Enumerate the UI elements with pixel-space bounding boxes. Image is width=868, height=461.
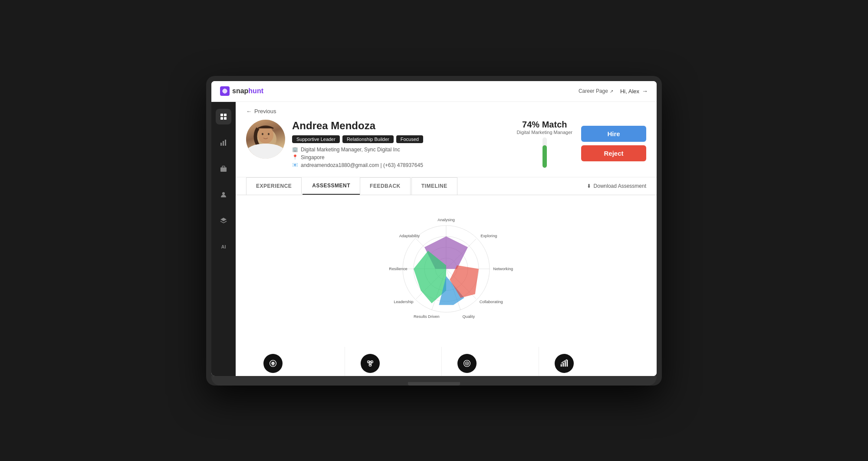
svg-point-44 [369,363,372,366]
logo: snaphunt [220,86,263,96]
email-icon: 📧 [292,162,298,168]
svg-rect-7 [220,167,227,172]
match-section: 74% Match Digital Marketing Manager Hire [517,120,646,168]
svg-rect-1 [224,114,227,116]
top-bar: snaphunt Career Page ↗ Hi, Alex → [211,81,657,102]
action-buttons: Hire Reject [581,126,646,161]
tag-relationship-builder: Relationship Builder [342,135,394,143]
svg-text:Exploring: Exploring [480,233,497,238]
svg-rect-3 [224,117,227,120]
svg-point-13 [268,133,270,135]
executing-icon [457,354,477,373]
tab-assessment[interactable]: ASSESSMENT [302,177,360,195]
candidate-info: Andrea Mendoza Supportive Leader Relatio… [292,120,510,170]
top-right: Career Page ↗ Hi, Alex → [579,88,648,95]
thinking-icon [263,354,283,373]
location-icon: 📍 [292,154,298,160]
svg-text:Leadership: Leadership [394,300,413,304]
external-link-icon: ↗ [610,89,613,94]
tag-supportive-leader: Supportive Leader [292,135,340,143]
svg-point-8 [222,192,225,195]
sidebar-icon-user[interactable] [216,187,231,203]
svg-point-10 [253,144,278,159]
svg-rect-51 [560,364,562,366]
svg-text:Networking: Networking [493,267,513,271]
tag-focused: Focused [396,135,423,143]
svg-rect-2 [220,117,223,120]
sidebar-icon-layers[interactable] [216,213,231,229]
card-progressing: Progressing Leadership . Resilience . Ad… [548,347,636,376]
tab-experience[interactable]: EXPERIENCE [246,177,302,195]
download-icon: ⬇ [587,183,591,189]
tab-timeline[interactable]: TIMELINE [411,177,457,195]
svg-rect-6 [225,140,226,146]
sidebar-icon-grid[interactable] [216,109,231,124]
svg-text:Results Driven: Results Driven [414,314,440,318]
svg-rect-5 [223,141,224,146]
svg-text:Analysing: Analysing [437,218,455,222]
radar-chart: Analysing Exploring Networking Collabora… [338,204,555,334]
radar-chart-container: Analysing Exploring Networking Collabora… [246,204,646,334]
assessment-content: Analysing Exploring Networking Collabora… [236,195,657,376]
career-page-link[interactable]: Career Page ↗ [579,88,613,94]
main-content: ← Previous [236,102,657,376]
svg-rect-0 [220,114,223,116]
user-info: Hi, Alex → [620,88,648,95]
hire-button[interactable]: Hire [581,126,646,142]
download-assessment-button[interactable]: ⬇ Download Assessment [587,183,646,189]
logout-icon[interactable]: → [642,88,648,95]
tab-feedback[interactable]: FEEDBACK [360,177,411,195]
location-row: 📍 Singapore [292,154,510,160]
svg-rect-53 [564,361,566,366]
sidebar-icon-briefcase[interactable] [216,161,231,177]
bottom-cards: Thinking Analysing . Exploring Andrea is… [246,347,646,376]
tabs: EXPERIENCE ASSESSMENT FEEDBACK TIMELINE [246,177,458,195]
connecting-icon [361,354,380,373]
progressing-icon [555,354,574,373]
svg-text:Quality: Quality [463,314,475,318]
svg-rect-4 [220,143,222,146]
sidebar-icon-chart[interactable] [216,135,231,150]
svg-point-11 [258,126,273,144]
candidate-tags: Supportive Leader Relationship Builder F… [292,135,510,143]
svg-point-12 [262,133,263,135]
header-section: ← Previous [236,102,657,177]
email-row: 📧 andreamendoza1880@gmail.com | (+63) 47… [292,162,510,168]
building-icon: 🏢 [292,147,298,152]
svg-text:Adaptability: Adaptability [399,233,420,238]
match-bar-section: 74% Match Digital Marketing Manager [517,120,572,168]
match-bar [542,137,547,168]
card-thinking: Thinking Analysing . Exploring Andrea is… [256,347,345,376]
avatar [246,120,285,159]
svg-point-50 [467,363,468,364]
sidebar-icon-ai[interactable]: AI [216,239,231,255]
sidebar: AI [211,102,236,376]
logo-text: snaphunt [232,87,263,95]
laptop-base [211,376,657,386]
svg-point-41 [273,362,274,363]
card-connecting: Connecting Networking . Collaborating An… [354,347,442,376]
candidate-header: Andrea Mendoza Supportive Leader Relatio… [246,120,646,177]
card-executing: Executing Quality . Result Driven Andrea… [450,347,539,376]
back-arrow-icon: ← [246,108,252,114]
back-nav[interactable]: ← Previous [246,108,646,114]
tabs-bar: EXPERIENCE ASSESSMENT FEEDBACK TIMELINE … [236,177,657,195]
svg-rect-52 [562,363,564,366]
svg-text:Collaborating: Collaborating [480,300,503,304]
job-title-row: 🏢 Digital Marketing Manager, Sync Digita… [292,147,510,153]
reject-button[interactable]: Reject [581,145,646,161]
candidate-name: Andrea Mendoza [292,120,510,132]
svg-text:Resilience: Resilience [389,267,407,271]
svg-rect-54 [566,360,568,366]
logo-icon [220,86,230,96]
